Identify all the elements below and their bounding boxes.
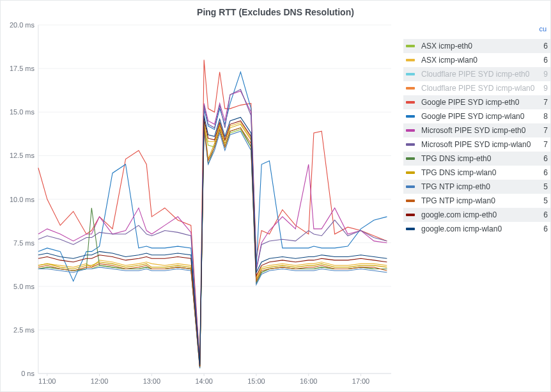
legend-value: 9 xyxy=(539,70,548,79)
legend-value: 7 xyxy=(539,98,548,107)
legend-value: 6 xyxy=(539,210,548,219)
plot-svg: 0 ns2.5 ms5.0 ms7.5 ms10.0 ms12.5 ms15.0… xyxy=(1,22,397,391)
svg-text:2.5 ms: 2.5 ms xyxy=(13,326,35,334)
legend-value: 9 xyxy=(539,84,548,93)
svg-text:10.0 ms: 10.0 ms xyxy=(10,196,35,203)
legend-swatch xyxy=(406,171,415,174)
legend-label: google.com icmp-eth0 xyxy=(421,210,539,219)
legend-label: Cloudflare PIPE SYD icmp-eth0 xyxy=(421,70,539,79)
legend-label: Google PIPE SYD icmp-eth0 xyxy=(421,98,539,107)
svg-text:15.0 ms: 15.0 ms xyxy=(10,108,35,116)
legend-row[interactable]: Google PIPE SYD icmp-eth07 xyxy=(403,95,550,109)
legend-swatch xyxy=(406,101,415,104)
legend-row[interactable]: TPG NTP icmp-eth05 xyxy=(403,180,550,194)
svg-text:15:00: 15:00 xyxy=(247,377,265,385)
legend-label: Cloudflare PIPE SYD icmp-wlan0 xyxy=(421,84,539,93)
legend-label: Microsoft PIPE SYD icmp-wlan0 xyxy=(421,140,539,149)
legend-value: 6 xyxy=(539,168,548,177)
svg-text:14:00: 14:00 xyxy=(195,377,212,385)
legend-label: TPG NTP icmp-wlan0 xyxy=(421,196,539,205)
legend-row[interactable]: TPG DNS icmp-wlan06 xyxy=(403,166,550,180)
svg-text:5.0 ms: 5.0 ms xyxy=(13,283,35,290)
chart-panel: Ping RTT (Excludes DNS Resolution) 0 ns2… xyxy=(0,0,551,392)
legend-value: 6 xyxy=(539,224,548,233)
legend-swatch xyxy=(406,87,415,90)
legend-label: TPG DNS icmp-wlan0 xyxy=(421,168,539,177)
legend-value: 7 xyxy=(539,126,548,135)
legend-value: 5 xyxy=(539,196,548,205)
svg-text:7.5 ms: 7.5 ms xyxy=(13,239,35,247)
svg-text:17:00: 17:00 xyxy=(352,377,369,385)
legend-swatch xyxy=(406,214,415,216)
legend-value: 6 xyxy=(539,56,548,65)
legend-swatch xyxy=(406,200,415,202)
legend-label: ASX icmp-wlan0 xyxy=(421,56,539,65)
legend-row[interactable]: Cloudflare PIPE SYD icmp-wlan09 xyxy=(403,81,550,95)
svg-text:0 ns: 0 ns xyxy=(21,370,35,377)
svg-text:12.5 ms: 12.5 ms xyxy=(10,152,35,159)
legend-value: 8 xyxy=(539,112,548,121)
legend-row[interactable]: TPG DNS icmp-eth06 xyxy=(403,152,550,166)
legend-row[interactable]: Cloudflare PIPE SYD icmp-eth09 xyxy=(403,67,550,81)
legend-label: google.com icmp-wlan0 xyxy=(421,224,539,233)
svg-text:13:00: 13:00 xyxy=(143,377,160,385)
legend-row[interactable]: Google PIPE SYD icmp-wlan08 xyxy=(403,109,550,123)
legend-label: TPG NTP icmp-eth0 xyxy=(421,182,539,191)
svg-text:20.0 ms: 20.0 ms xyxy=(10,22,35,29)
legend-swatch xyxy=(406,228,415,230)
legend-row[interactable]: ASX icmp-wlan06 xyxy=(403,53,550,67)
legend-label: TPG DNS icmp-eth0 xyxy=(421,154,539,163)
legend-row[interactable]: google.com icmp-wlan06 xyxy=(403,222,550,236)
svg-text:12:00: 12:00 xyxy=(91,377,108,385)
svg-text:16:00: 16:00 xyxy=(300,377,317,385)
legend-swatch xyxy=(406,157,415,160)
legend-value: 6 xyxy=(539,42,548,51)
legend-header[interactable]: cu xyxy=(539,25,547,33)
legend-label: Microsoft PIPE SYD icmp-eth0 xyxy=(421,126,539,135)
legend-swatch xyxy=(406,59,415,61)
legend-swatch xyxy=(406,129,415,132)
chart-title: Ping RTT (Excludes DNS Resolution) xyxy=(1,1,550,22)
legend-value: 7 xyxy=(539,140,548,149)
legend-row[interactable]: Microsoft PIPE SYD icmp-eth07 xyxy=(403,123,550,137)
chart-body: 0 ns2.5 ms5.0 ms7.5 ms10.0 ms12.5 ms15.0… xyxy=(1,22,550,391)
svg-text:17.5 ms: 17.5 ms xyxy=(10,65,35,72)
legend-swatch xyxy=(406,45,415,47)
legend-swatch xyxy=(406,185,415,188)
legend-label: ASX icmp-eth0 xyxy=(421,42,539,51)
legend-row[interactable]: google.com icmp-eth06 xyxy=(403,208,550,222)
svg-text:11:00: 11:00 xyxy=(38,377,56,385)
legend-row[interactable]: ASX icmp-eth06 xyxy=(403,39,550,53)
legend-value: 6 xyxy=(539,154,548,163)
legend-label: Google PIPE SYD icmp-wlan0 xyxy=(421,112,539,121)
legend: cu ASX icmp-eth06ASX icmp-wlan06Cloudfla… xyxy=(397,22,550,391)
legend-swatch xyxy=(406,143,415,146)
legend-value: 5 xyxy=(539,182,548,191)
legend-swatch xyxy=(406,115,415,118)
legend-row[interactable]: Microsoft PIPE SYD icmp-wlan07 xyxy=(403,137,550,152)
legend-row[interactable]: TPG NTP icmp-wlan05 xyxy=(403,194,550,208)
plot-area[interactable]: 0 ns2.5 ms5.0 ms7.5 ms10.0 ms12.5 ms15.0… xyxy=(1,22,397,391)
legend-swatch xyxy=(406,73,415,75)
